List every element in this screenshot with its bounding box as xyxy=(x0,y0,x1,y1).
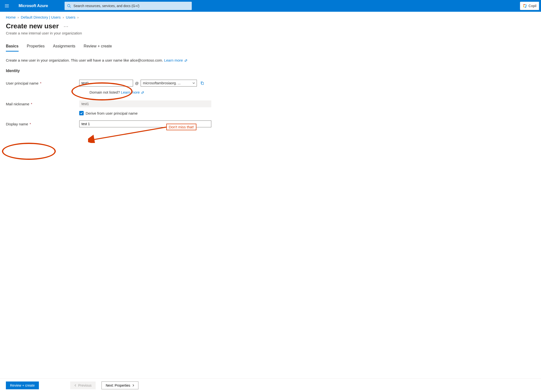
form-content: Create a new user in your organization. … xyxy=(0,52,235,153)
copilot-button[interactable]: Copil xyxy=(520,2,539,10)
at-symbol: @ xyxy=(135,81,139,85)
page-subtitle: Create a new internal user in your organ… xyxy=(0,30,541,40)
intro-text: Create a new user in your organization. … xyxy=(6,58,229,62)
tabs: Basics Properties Assignments Review + c… xyxy=(0,40,541,52)
chevron-right-icon: › xyxy=(77,15,79,19)
global-search-input[interactable] xyxy=(73,4,189,8)
learn-more-link[interactable]: Learn more xyxy=(164,58,187,62)
upn-label: User principal name * xyxy=(6,81,79,85)
external-link-icon xyxy=(184,59,187,62)
domain-value: microsoftambrosiaorg. ... xyxy=(143,81,180,85)
chevron-right-icon: › xyxy=(18,15,19,19)
breadcrumb-directory[interactable]: Default Directory | Users xyxy=(21,15,61,19)
external-link-icon xyxy=(141,91,144,94)
breadcrumb-users[interactable]: Users xyxy=(66,15,75,19)
hamburger-icon xyxy=(4,3,9,8)
mail-nickname-row: Mail nickname * xyxy=(6,100,229,108)
check-icon xyxy=(80,112,83,115)
svg-rect-5 xyxy=(202,82,203,85)
derive-checkbox-label: Derive from user principal name xyxy=(86,111,138,115)
tab-basics[interactable]: Basics xyxy=(6,43,19,52)
mail-nickname-label: Mail nickname * xyxy=(6,102,79,106)
tab-properties[interactable]: Properties xyxy=(27,43,45,52)
copy-icon[interactable] xyxy=(200,81,204,85)
hamburger-menu-button[interactable] xyxy=(2,1,12,11)
copilot-label: Copil xyxy=(529,4,536,8)
global-search[interactable] xyxy=(65,2,192,10)
search-icon xyxy=(67,4,71,8)
display-name-label: Display name * xyxy=(6,122,79,126)
section-identity-heading: Identity xyxy=(6,69,229,73)
tab-assignments[interactable]: Assignments xyxy=(53,43,76,52)
domain-learn-more-link[interactable]: Learn more xyxy=(121,90,144,94)
more-actions-button[interactable]: ··· xyxy=(64,23,68,29)
copilot-icon xyxy=(523,4,527,8)
mail-nickname-input xyxy=(79,100,211,107)
upn-row: User principal name * @ microsoftambrosi… xyxy=(6,79,229,87)
chevron-down-icon xyxy=(192,82,195,85)
page-title: Create new user xyxy=(6,22,59,30)
domain-dropdown[interactable]: microsoftambrosiaorg. ... xyxy=(141,80,197,87)
tab-review-create[interactable]: Review + create xyxy=(84,43,112,52)
breadcrumb-home[interactable]: Home xyxy=(6,15,16,19)
domain-hint: Domain not listed? Learn more xyxy=(79,90,229,94)
breadcrumb: Home › Default Directory | Users › Users… xyxy=(0,12,541,20)
chevron-right-icon: › xyxy=(63,15,64,19)
derive-checkbox-row: Derive from user principal name xyxy=(79,111,229,115)
annotation-callout: Don't miss that! xyxy=(166,124,196,130)
brand-label[interactable]: Microsoft Azure xyxy=(16,4,51,8)
upn-input[interactable] xyxy=(79,80,133,87)
derive-checkbox[interactable] xyxy=(79,111,84,115)
svg-line-4 xyxy=(70,7,71,8)
topbar: Microsoft Azure Copil xyxy=(0,0,541,12)
svg-point-3 xyxy=(68,4,70,7)
